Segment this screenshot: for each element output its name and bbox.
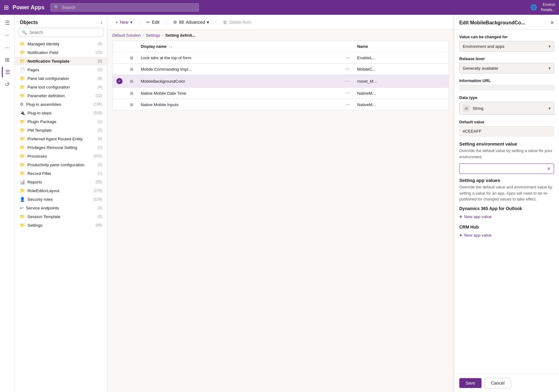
sidebar-search-input[interactable] xyxy=(29,30,100,35)
sidebar-item-reports[interactable]: 📊 Reports (55) xyxy=(15,178,107,186)
col-name[interactable]: Name xyxy=(353,41,449,52)
sidebar-item-label-managed-identity: Managed Identity xyxy=(27,42,95,46)
table-row[interactable]: ⊞ Native Mobile Date Time ⋯ NativeM... xyxy=(113,88,449,99)
sidebar-item-role-editor-layout[interactable]: 📁 RoleEditorLayout (279) xyxy=(15,186,107,195)
advanced-button[interactable]: ⚙ 88 Advanced ▾ xyxy=(170,18,212,27)
edit-button[interactable]: ✏ Edit xyxy=(143,18,162,27)
rail-grid-icon[interactable]: ⊞ xyxy=(2,54,13,65)
row-more[interactable]: ⋯ xyxy=(342,75,353,88)
sidebar-item-settings[interactable]: 📁 Settings (89) xyxy=(15,221,107,229)
app1-section: Dynamics 365 App for Outlook + New app v… xyxy=(459,206,554,221)
global-search-box[interactable]: 🔍 xyxy=(51,3,199,11)
sidebar-item-pm-template[interactable]: 📁 PM Template (2) xyxy=(15,126,107,134)
sidebar-item-notification-field[interactable]: 📁 Notification Field (15) xyxy=(15,48,107,57)
col-check xyxy=(113,41,127,52)
breadcrumb-item-2[interactable]: Settings xyxy=(146,33,160,38)
breadcrumb-item-1[interactable]: Default Solution xyxy=(112,33,141,38)
sidebar-item-count-notification-field: (15) xyxy=(96,50,102,55)
env-value-input-wrapper[interactable]: #CEEAFF ✕ xyxy=(459,163,554,174)
setting-env-section: Setting environment value Override the d… xyxy=(459,141,554,174)
env-value-input[interactable]: #CEEAFF xyxy=(463,167,547,171)
env-value-clear-icon[interactable]: ✕ xyxy=(547,166,551,171)
data-type-group: Data type ab String ▾ xyxy=(459,95,554,115)
row-more[interactable]: ⋯ xyxy=(342,52,353,64)
row-more[interactable]: ⋯ xyxy=(342,99,353,110)
sidebar-header: Objects ‹ xyxy=(15,15,107,28)
sidebar-item-notification-template[interactable]: 📁 Notification Template (2) xyxy=(15,57,107,65)
sidebar-item-security-roles[interactable]: 👤 Security roles (128) xyxy=(15,195,107,204)
sidebar-item-parameter-definition[interactable]: 📁 Parameter definition (22) xyxy=(15,91,107,100)
row-more-icon[interactable]: ⋯ xyxy=(345,56,350,60)
row-check-cell xyxy=(113,99,127,110)
row-display-name: Mobile Commanding Impr... xyxy=(137,64,342,75)
env-info: Environ Retails... xyxy=(541,2,555,13)
sidebar-item-icon-processes: 📁 xyxy=(20,154,25,159)
row-more-icon[interactable]: ⋯ xyxy=(345,79,350,84)
rail-back-icon[interactable]: ← xyxy=(2,30,13,41)
row-more-icon[interactable]: ⋯ xyxy=(345,91,350,96)
sidebar-search-box[interactable]: 🔍 xyxy=(19,28,103,37)
app1-new-value-button[interactable]: + New app value xyxy=(459,213,554,221)
table-row[interactable]: ✓ ⊞ MobileBackgroundColor ⋯ msret_M... xyxy=(113,75,449,88)
row-more-icon[interactable]: ⋯ xyxy=(345,102,350,107)
toolbar-sep-1 xyxy=(139,19,140,25)
sidebar-item-processes[interactable]: 📁 Processes (415) xyxy=(15,152,107,160)
release-level-label: Release level xyxy=(459,56,554,61)
sidebar-item-pane-tool-config[interactable]: 📁 Pane tool configuration (4) xyxy=(15,83,107,91)
rail-menu-icon[interactable]: ☰ xyxy=(2,17,13,28)
row-more[interactable]: ⋯ xyxy=(342,64,353,75)
data-type-dropdown[interactable]: ab String ▾ xyxy=(459,102,554,115)
sidebar-item-pane-tab-config[interactable]: 📁 Pane tab configuration (8) xyxy=(15,74,107,83)
sidebar-item-plugin-package[interactable]: 📁 Plugin Package (1) xyxy=(15,117,107,126)
rail-list-icon[interactable]: ☰ xyxy=(2,67,13,78)
row-check-cell xyxy=(113,52,127,64)
sidebar-item-pages[interactable]: 📄 Pages (2) xyxy=(15,65,107,74)
setting-app-title: Setting app values xyxy=(459,178,554,183)
panel-close-button[interactable]: ✕ xyxy=(550,20,554,26)
row-icon: ⊞ xyxy=(130,102,133,107)
sidebar-item-managed-identity[interactable]: 📁 Managed Identity (9) xyxy=(15,39,107,48)
sidebar-item-icon-managed-identity: 📁 xyxy=(20,41,25,46)
row-more-icon[interactable]: ⋯ xyxy=(345,67,350,72)
app2-plus-icon: + xyxy=(459,233,462,238)
sidebar-item-plugin-steps[interactable]: 🔌 Plug-in steps (918) xyxy=(15,109,107,117)
edit-icon: ✏ xyxy=(146,20,150,25)
sidebar-item-session-template[interactable]: 📁 Session Template (2) xyxy=(15,212,107,221)
panel-body: Value can be changed for Environment and… xyxy=(454,30,559,374)
sidebar-item-service-endpoints[interactable]: ↩ Service endpoints (3) xyxy=(15,204,107,212)
app2-new-value-button[interactable]: + New app value xyxy=(459,231,554,239)
row-name: NativeM... xyxy=(353,99,449,110)
sidebar-item-productivity-pane[interactable]: 📁 Productivity pane configuration (2) xyxy=(15,160,107,169)
global-search-input[interactable] xyxy=(62,5,195,10)
col-display-name[interactable]: Display name ↑↓ xyxy=(137,41,342,52)
save-button[interactable]: Save xyxy=(459,378,482,388)
cancel-button[interactable]: Cancel xyxy=(485,378,511,388)
row-display-name: Lock tabs at the top of form xyxy=(137,52,342,64)
value-changed-label: Value can be changed for xyxy=(459,35,554,39)
new-button[interactable]: + New ▾ xyxy=(112,18,136,27)
content-toolbar: + New ▾ ✏ Edit ⚙ 88 Advanced ▾ 🗑 Delete … xyxy=(107,15,454,30)
sidebar-item-privileges-removal[interactable]: 📁 Privileges Removal Setting (1) xyxy=(15,143,107,152)
sidebar-item-record-filter[interactable]: 📁 Record Filter (1) xyxy=(15,169,107,178)
row-more[interactable]: ⋯ xyxy=(342,88,353,99)
value-changed-dropdown[interactable]: Environment and apps ▾ xyxy=(459,41,554,52)
table-row[interactable]: ⊞ Native Mobile Inputs ⋯ NativeM... xyxy=(113,99,449,110)
sidebar-collapse-button[interactable]: ‹ xyxy=(101,20,102,25)
search-icon: 🔍 xyxy=(54,5,59,10)
waffle-icon[interactable]: ⊞ xyxy=(4,4,9,11)
sidebar-item-preferred-agent[interactable]: 📁 Preferred Agent Routed Entity (6) xyxy=(15,134,107,143)
rail-history-icon[interactable]: ↺ xyxy=(2,79,13,90)
row-icon: ⊞ xyxy=(130,56,133,60)
table-row[interactable]: ⊞ Mobile Commanding Impr... ⋯ MobileC... xyxy=(113,64,449,75)
rail-dots-icon[interactable]: ⋯ xyxy=(2,42,13,53)
sidebar-item-count-preferred-agent: (6) xyxy=(98,137,102,141)
sidebar-item-count-plugin-package: (1) xyxy=(98,119,102,124)
app-title: Power Apps xyxy=(13,4,44,11)
advanced-icon: ⚙ xyxy=(173,20,177,25)
delete-button[interactable]: 🗑 Delete from xyxy=(220,18,254,27)
sidebar-item-plugin-assemblies[interactable]: ⚙ Plug-in assemblies (136) xyxy=(15,100,107,109)
sidebar-item-icon-pm-template: 📁 xyxy=(20,128,25,133)
table-row[interactable]: ⊞ Lock tabs at the top of form ⋯ EnableL… xyxy=(113,52,449,64)
sidebar-item-icon-settings: 📁 xyxy=(20,223,25,228)
release-level-dropdown[interactable]: Generally available ▾ xyxy=(459,63,554,73)
